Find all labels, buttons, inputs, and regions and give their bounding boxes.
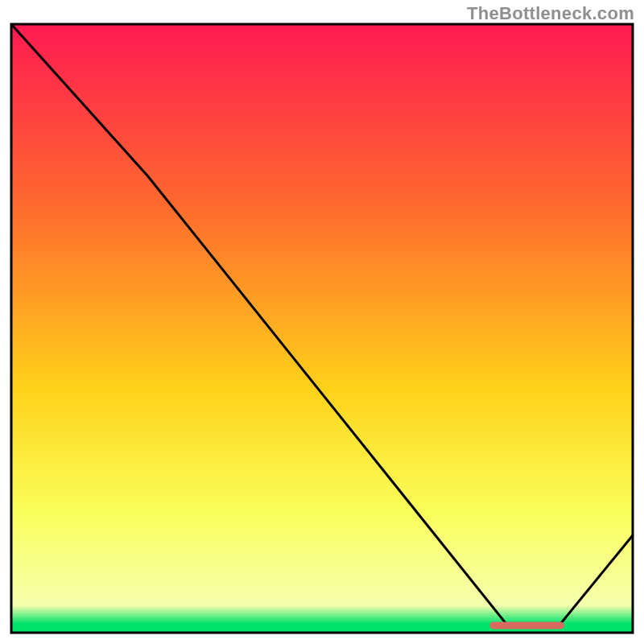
plot-area (8, 23, 636, 636)
chart-svg (8, 23, 636, 636)
chart-container: TheBottleneck.com (0, 0, 644, 644)
optimal-range-marker (489, 621, 564, 629)
gradient-background (11, 24, 633, 633)
attribution-label: TheBottleneck.com (467, 3, 634, 24)
